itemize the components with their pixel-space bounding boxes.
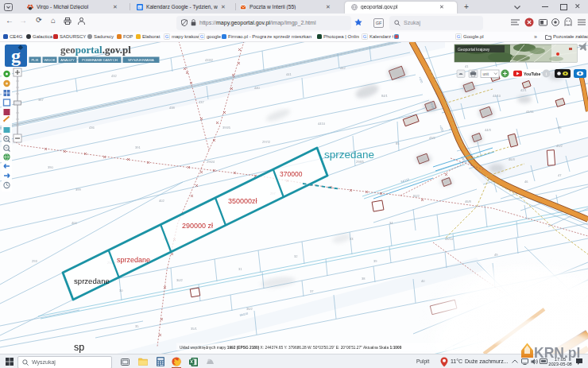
svg-text:85: 85 xyxy=(396,141,400,145)
svg-text:46/8: 46/8 xyxy=(465,199,472,203)
svg-text:393/5: 393/5 xyxy=(222,126,231,130)
svg-text:sprzedane: sprzedane xyxy=(117,256,150,264)
svg-text:sprzedane: sprzedane xyxy=(324,149,374,161)
svg-text:40: 40 xyxy=(421,279,425,283)
svg-text:YouTube: YouTube xyxy=(524,72,541,76)
svg-text:49: 49 xyxy=(494,253,498,257)
svg-text:32: 32 xyxy=(294,254,298,258)
svg-text:296/4: 296/4 xyxy=(207,160,215,164)
svg-text:297/2: 297/2 xyxy=(262,140,271,144)
svg-text:84/1: 84/1 xyxy=(381,94,389,98)
svg-text:Układ współrzędnych mapy 1992: Układ współrzędnych mapy 1992 (EPSG 2180… xyxy=(180,346,402,350)
svg-text:46: 46 xyxy=(524,180,528,184)
svg-text:sprzedane: sprzedane xyxy=(74,277,110,285)
svg-text:400: 400 xyxy=(72,221,77,225)
svg-text:38: 38 xyxy=(362,277,366,281)
svg-text:35: 35 xyxy=(135,324,139,328)
svg-text:30: 30 xyxy=(119,289,123,292)
svg-text:350000zł: 350000zł xyxy=(228,197,257,205)
svg-text:41: 41 xyxy=(465,64,469,68)
svg-text:402: 402 xyxy=(159,199,164,203)
svg-text:37: 37 xyxy=(310,289,314,293)
svg-text:X: X xyxy=(190,359,193,364)
svg-text:39: 39 xyxy=(373,259,377,263)
svg-text:437: 437 xyxy=(199,100,204,104)
svg-text:WYSZUKIWANIA: WYSZUKIWANIA xyxy=(128,58,154,62)
svg-text:442: 442 xyxy=(340,66,346,70)
svg-text:44/10: 44/10 xyxy=(493,94,501,98)
svg-text:438: 438 xyxy=(169,106,175,110)
svg-text:Geoportal krajowy: Geoportal krajowy xyxy=(458,47,490,52)
svg-text:370000: 370000 xyxy=(280,170,303,178)
svg-text:31: 31 xyxy=(238,267,242,271)
svg-text:31: 31 xyxy=(138,5,142,9)
svg-text:441: 441 xyxy=(286,72,292,76)
svg-text:33: 33 xyxy=(350,237,354,241)
svg-text:436: 436 xyxy=(89,126,95,130)
svg-text:geoportal.gov.pl: geoportal.gov.pl xyxy=(60,44,131,56)
svg-text:48/10: 48/10 xyxy=(445,237,454,241)
svg-text:44/11: 44/11 xyxy=(526,110,534,114)
svg-text:PLIK: PLIK xyxy=(31,58,38,62)
svg-text:399: 399 xyxy=(75,188,81,192)
svg-text:42/1: 42/1 xyxy=(520,88,528,92)
svg-text:36/2: 36/2 xyxy=(246,307,253,311)
svg-text:433/2: 433/2 xyxy=(205,58,214,62)
svg-text:440: 440 xyxy=(254,86,260,90)
svg-text:46/3: 46/3 xyxy=(509,157,516,161)
svg-text:i: i xyxy=(546,71,547,77)
svg-text:43/2: 43/2 xyxy=(429,136,436,140)
svg-text:POBIERANIE DANYCH: POBIERANIE DANYCH xyxy=(82,58,117,62)
svg-text:432: 432 xyxy=(111,74,117,78)
svg-text:387: 387 xyxy=(38,98,44,102)
svg-text:84/2: 84/2 xyxy=(413,194,420,198)
svg-text:30/2: 30/2 xyxy=(176,278,184,282)
svg-text:47: 47 xyxy=(558,173,562,177)
svg-text:44/3: 44/3 xyxy=(485,128,492,132)
svg-text:unit: unit xyxy=(483,72,489,76)
svg-text:45: 45 xyxy=(558,126,562,130)
svg-text:45/2: 45/2 xyxy=(556,144,563,148)
svg-text:WIDOK: WIDOK xyxy=(44,58,55,62)
svg-text:KRN.pl: KRN.pl xyxy=(534,345,580,361)
svg-text:390: 390 xyxy=(48,165,53,169)
svg-text:293: 293 xyxy=(32,259,37,263)
svg-text:391: 391 xyxy=(135,145,141,149)
svg-text:34: 34 xyxy=(389,221,393,225)
svg-text:ANALIZY: ANALIZY xyxy=(60,58,75,62)
svg-text:35/1: 35/1 xyxy=(191,327,198,331)
svg-text:4410: 4410 xyxy=(318,122,326,126)
svg-text:290000 zł: 290000 zł xyxy=(182,222,213,230)
